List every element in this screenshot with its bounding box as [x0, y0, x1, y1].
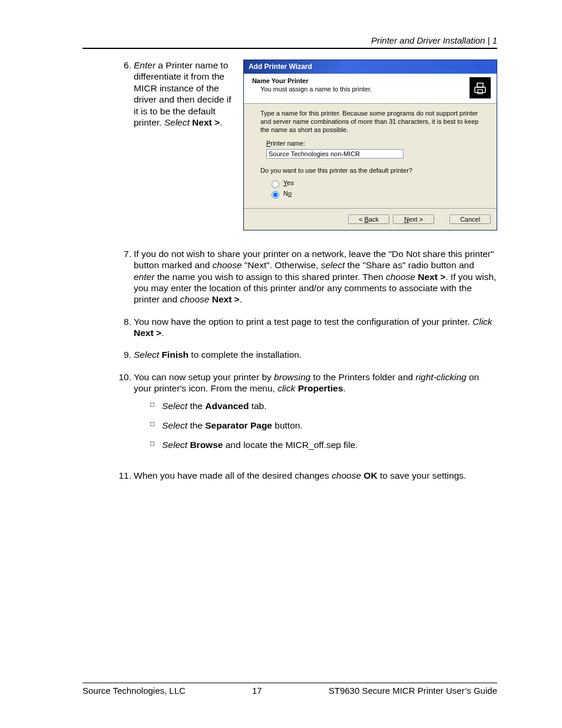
- add-printer-wizard-dialog: Add Printer Wizard Name Your Printer You…: [243, 60, 497, 230]
- step-text: You can now setup your printer by browsi…: [134, 372, 479, 393]
- step-text: Enter a Printer name to differentiate it…: [134, 60, 233, 128]
- step-number: 10.: [115, 371, 134, 459]
- cancel-button[interactable]: Cancel: [449, 215, 491, 224]
- printer-name-input[interactable]: [266, 149, 404, 159]
- step-number: 11.: [115, 470, 134, 481]
- checkbox-bullet: □: [150, 420, 162, 431]
- step-text: Select Finish to complete the installati…: [134, 349, 497, 360]
- step-text: When you have made all of the desired ch…: [134, 470, 497, 481]
- radio-no-label[interactable]: No: [269, 189, 480, 199]
- back-button[interactable]: < Back: [348, 215, 389, 224]
- step-number: 6.: [115, 60, 134, 128]
- default-printer-question: Do you want to use this printer as the d…: [260, 167, 480, 175]
- checkbox-bullet: □: [150, 439, 162, 450]
- page-header-right: Printer and Driver Installation | 1: [82, 35, 497, 49]
- printer-name-label: Printer name:: [266, 140, 480, 148]
- step-text: You now have the option to print a test …: [134, 316, 497, 339]
- footer-right: ST9630 Secure MICR Printer User’s Guide: [329, 686, 497, 696]
- wizard-description: Type a name for this printer. Because so…: [260, 110, 480, 134]
- wizard-heading: Name Your Printer: [252, 77, 372, 85]
- step-number: 9.: [115, 349, 134, 360]
- page-footer: Source Technologies, LLC 17 ST9630 Secur…: [82, 683, 497, 696]
- radio-yes-text: Yes: [283, 179, 294, 186]
- sub-item-text: Select Browse and locate the MICR_off.se…: [162, 439, 497, 450]
- wizard-subheading: You must assign a name to this printer.: [252, 85, 372, 94]
- radio-yes[interactable]: [272, 180, 279, 188]
- radio-yes-label[interactable]: Yes: [269, 179, 480, 188]
- svg-rect-2: [478, 90, 482, 94]
- radio-no[interactable]: [272, 191, 279, 199]
- step-number: 8.: [115, 316, 134, 339]
- step-text: If you do not wish to share your printer…: [134, 248, 497, 305]
- footer-page-number: 17: [252, 686, 262, 696]
- wizard-titlebar: Add Printer Wizard: [244, 60, 497, 74]
- next-button[interactable]: Next >: [393, 215, 434, 224]
- radio-no-text: No: [283, 190, 292, 197]
- footer-left: Source Technologies, LLC: [82, 686, 186, 696]
- step-number: 7.: [115, 248, 134, 305]
- printer-icon: [470, 77, 491, 98]
- sub-item-text: Select the Separator Page button.: [162, 420, 497, 431]
- sub-item-text: Select the Advanced tab.: [162, 400, 497, 411]
- checkbox-bullet: □: [150, 400, 162, 411]
- svg-rect-1: [477, 83, 483, 87]
